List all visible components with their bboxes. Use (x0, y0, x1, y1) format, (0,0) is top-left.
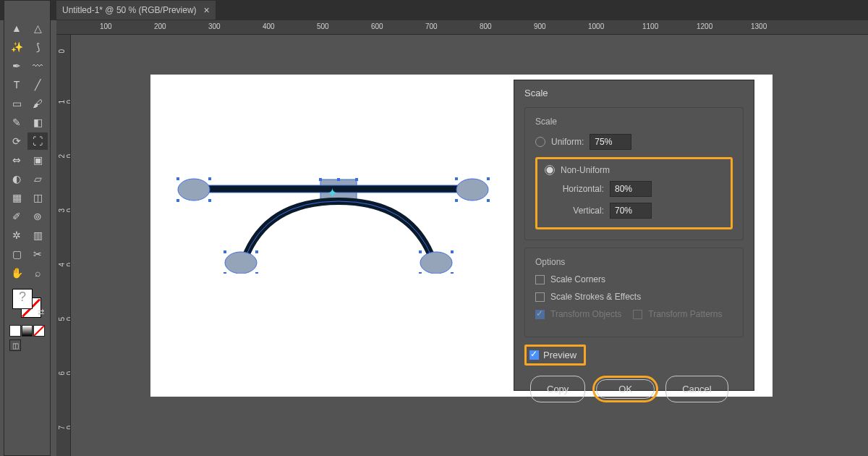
transform-objects-checkbox (535, 310, 545, 319)
preview-checkbox[interactable] (529, 350, 539, 360)
uniform-radio[interactable] (535, 137, 545, 147)
transform-origin-icon: ✦ (327, 185, 338, 201)
scale-group: Scale Uniform: Non-Uniform Horizontal: V… (524, 107, 744, 240)
svg-rect-22 (255, 272, 258, 274)
svg-rect-21 (224, 272, 226, 274)
artboard-tool[interactable]: ▢ (7, 245, 27, 263)
color-box[interactable] (9, 325, 21, 337)
swap-fill-stroke-icon[interactable]: ⇄ (38, 308, 44, 317)
nonuniform-highlight: Non-Uniform Horizontal: Vertical: (535, 157, 733, 229)
slice-tool[interactable]: ✂ (27, 245, 48, 263)
scale-strokes-checkbox[interactable] (535, 292, 545, 302)
rectangle-tool[interactable]: ▭ (7, 95, 27, 112)
perspective-tool[interactable]: ▱ (27, 170, 48, 187)
nonuniform-label: Non-Uniform (561, 165, 610, 175)
horizontal-label: Horizontal: (555, 184, 604, 194)
gradient-tool[interactable]: ◫ (27, 189, 48, 206)
blend-tool[interactable]: ⊚ (27, 208, 48, 225)
scale-dialog: Scale Scale Uniform: Non-Uniform Horizon… (514, 80, 754, 391)
document-tab-title: Untitled-1* @ 50 % (RGB/Preview) (62, 5, 197, 15)
svg-point-8 (178, 179, 210, 200)
symbol-sprayer-tool[interactable]: ✲ (7, 227, 27, 244)
scale-tool[interactable]: ⛶ (27, 132, 48, 150)
fill-swatch[interactable]: ? (12, 289, 33, 309)
scale-corners-checkbox[interactable] (535, 275, 545, 284)
fill-stroke-swatch: ? ⇄ (12, 289, 41, 318)
hand-tool[interactable]: ✋ (7, 264, 27, 282)
shaper-tool[interactable]: ✎ (7, 114, 27, 131)
svg-rect-15 (487, 177, 490, 180)
preview-label: Preview (543, 350, 576, 360)
horizontal-ruler: 100 200 300 400 500 600 700 800 900 1000… (56, 20, 868, 35)
cancel-button[interactable]: Cancel (665, 376, 728, 402)
none-box[interactable] (33, 325, 45, 337)
selected-artwork[interactable]: ✦ (165, 107, 490, 274)
zoom-tool[interactable]: ⌕ (27, 264, 48, 282)
svg-rect-5 (337, 178, 340, 181)
type-tool[interactable]: T (7, 76, 27, 93)
svg-rect-10 (208, 177, 211, 180)
nonuniform-radio-row[interactable]: Non-Uniform (545, 165, 723, 175)
transform-objects-row: Transform Objects Transform Patterns (535, 309, 733, 319)
svg-rect-2 (355, 178, 358, 181)
svg-rect-19 (224, 250, 226, 253)
pen-tool[interactable]: ✒ (7, 57, 27, 75)
width-tool[interactable]: ⇔ (7, 151, 27, 169)
graph-tool[interactable]: ▥ (27, 227, 48, 244)
magic-wand-tool[interactable]: ✨ (7, 38, 27, 56)
svg-point-13 (456, 179, 488, 200)
draw-mode-box[interactable]: ◫ (9, 339, 21, 351)
watermark: © clippingpathretouching Inc. (230, 280, 399, 318)
horizontal-input[interactable] (610, 181, 652, 197)
eraser-tool[interactable]: ◧ (27, 114, 48, 131)
transform-patterns-checkbox (633, 310, 642, 319)
gradient-box[interactable] (22, 325, 33, 337)
ok-highlight: OK (592, 376, 658, 402)
tab-bar: Untitled-1* @ 50 % (RGB/Preview) × (0, 0, 868, 20)
uniform-radio-row[interactable]: Uniform: (535, 134, 733, 150)
svg-rect-26 (419, 272, 422, 274)
lasso-tool[interactable]: ⟆ (27, 38, 48, 56)
paintbrush-tool[interactable]: 🖌 (27, 95, 48, 112)
rotate-tool[interactable]: ⟳ (7, 132, 27, 150)
svg-rect-1 (319, 178, 322, 181)
nonuniform-radio[interactable] (545, 165, 555, 175)
shape-builder-tool[interactable]: ◐ (7, 170, 27, 187)
scale-strokes-label: Scale Strokes & Effects (550, 292, 641, 302)
dialog-button-row: Copy OK Cancel (524, 376, 744, 402)
scale-section-label: Scale (535, 117, 733, 127)
vertical-input[interactable] (610, 203, 652, 219)
svg-rect-27 (451, 272, 454, 274)
ok-button[interactable]: OK (596, 379, 655, 399)
svg-rect-12 (208, 199, 211, 202)
direct-selection-tool[interactable]: △ (27, 20, 48, 37)
color-mode-boxes (9, 325, 45, 337)
line-tool[interactable]: ╱ (27, 76, 48, 93)
scale-corners-row[interactable]: Scale Corners (535, 274, 733, 284)
transform-objects-label: Transform Objects (550, 309, 621, 319)
scale-strokes-row[interactable]: Scale Strokes & Effects (535, 292, 733, 302)
tool-panel: ▲△ ✨⟆ ✒〰 T╱ ▭🖌 ✎◧ ⟳⛶ ⇔▣ ◐▱ ▦◫ ✐⊚ ✲▥ ▢✂ ✋… (4, 0, 51, 456)
transform-patterns-label: Transform Patterns (648, 309, 722, 319)
close-tab-icon[interactable]: × (204, 4, 210, 16)
options-group: Options Scale Corners Scale Strokes & Ef… (524, 248, 744, 337)
uniform-label: Uniform: (551, 137, 584, 147)
svg-rect-14 (455, 177, 458, 180)
selection-tool[interactable]: ▲ (7, 20, 27, 37)
vertical-ruler: 0 100 200 300 400 500 600 700 (56, 35, 71, 456)
svg-rect-20 (255, 250, 258, 253)
eyedropper-tool[interactable]: ✐ (7, 208, 27, 225)
free-transform-tool[interactable]: ▣ (27, 151, 48, 169)
preview-highlight: Preview (524, 345, 586, 366)
options-section-label: Options (535, 257, 733, 267)
vertical-label: Vertical: (555, 206, 604, 216)
uniform-input[interactable] (590, 134, 631, 150)
svg-rect-25 (451, 250, 454, 253)
svg-rect-17 (487, 199, 490, 202)
svg-point-23 (420, 252, 452, 274)
curvature-tool[interactable]: 〰 (27, 57, 48, 75)
document-tab[interactable]: Untitled-1* @ 50 % (RGB/Preview) × (56, 1, 216, 20)
svg-rect-16 (455, 199, 458, 202)
mesh-tool[interactable]: ▦ (7, 189, 27, 206)
copy-button[interactable]: Copy (530, 376, 585, 402)
